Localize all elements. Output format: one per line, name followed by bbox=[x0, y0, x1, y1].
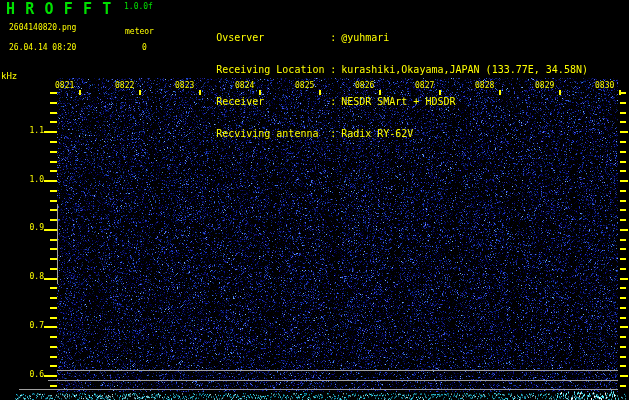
time-tick-label: 0823 bbox=[175, 82, 194, 90]
freq-tick-label: 1.1 bbox=[6, 127, 44, 135]
time-tick-label: 0821 bbox=[55, 82, 74, 90]
time-tick-label: 0824 bbox=[235, 82, 254, 90]
observation-datetime: 26.04.14 08:20 bbox=[9, 44, 76, 52]
info-label: Recviving antenna bbox=[216, 129, 330, 139]
time-tick-label: 0822 bbox=[115, 82, 134, 90]
freq-tick-label: 0.8 bbox=[6, 273, 44, 281]
time-tick-label: 0828 bbox=[475, 82, 494, 90]
freq-tick-label: 0.6 bbox=[6, 371, 44, 379]
info-value: NESDR SMArt + HDSDR bbox=[341, 96, 455, 107]
info-separator: : bbox=[330, 33, 341, 43]
freq-axis-unit: kHz bbox=[1, 72, 17, 81]
app-version: 1.0.0f bbox=[124, 3, 153, 11]
info-row-antenna: Recviving antenna:Radix RY-62V bbox=[180, 119, 588, 131]
meteor-counter-value: 0 bbox=[142, 44, 147, 52]
time-tick-label: 0826 bbox=[355, 82, 374, 90]
info-value: @yuhmari bbox=[341, 32, 389, 43]
info-label: Receiver bbox=[216, 97, 330, 107]
freq-tick-label: 0.7 bbox=[6, 322, 44, 330]
info-label: Receiving Location bbox=[216, 65, 330, 75]
info-separator: : bbox=[330, 97, 341, 107]
hrofft-window: H R O F F T 1.0.0f 2604140820.png meteor… bbox=[0, 0, 629, 400]
info-value: kurashiki,Okayama,JAPAN (133.77E, 34.58N… bbox=[341, 64, 588, 75]
time-tick-label: 0827 bbox=[415, 82, 434, 90]
info-label: Ovserver bbox=[216, 33, 330, 43]
time-tick-label: 0830 bbox=[595, 82, 614, 90]
output-filename: 2604140820.png bbox=[9, 24, 76, 32]
info-separator: : bbox=[330, 65, 341, 75]
time-tick-label: 0829 bbox=[535, 82, 554, 90]
meteor-counter-label: meteor bbox=[125, 28, 154, 36]
freq-tick-label: 0.9 bbox=[6, 224, 44, 232]
freq-tick-label: 1.0 bbox=[6, 176, 44, 184]
app-title: H R O F F T bbox=[6, 2, 112, 17]
info-row-location: Receiving Location:kurashiki,Okayama,JAP… bbox=[180, 55, 588, 67]
info-value: Radix RY-62V bbox=[341, 128, 413, 139]
info-separator: : bbox=[330, 129, 341, 139]
time-tick-label: 0825 bbox=[295, 82, 314, 90]
observer-info-block: Ovserver:@yuhmari Receiving Location:kur… bbox=[180, 3, 588, 151]
info-row-observer: Ovserver:@yuhmari bbox=[180, 23, 588, 35]
